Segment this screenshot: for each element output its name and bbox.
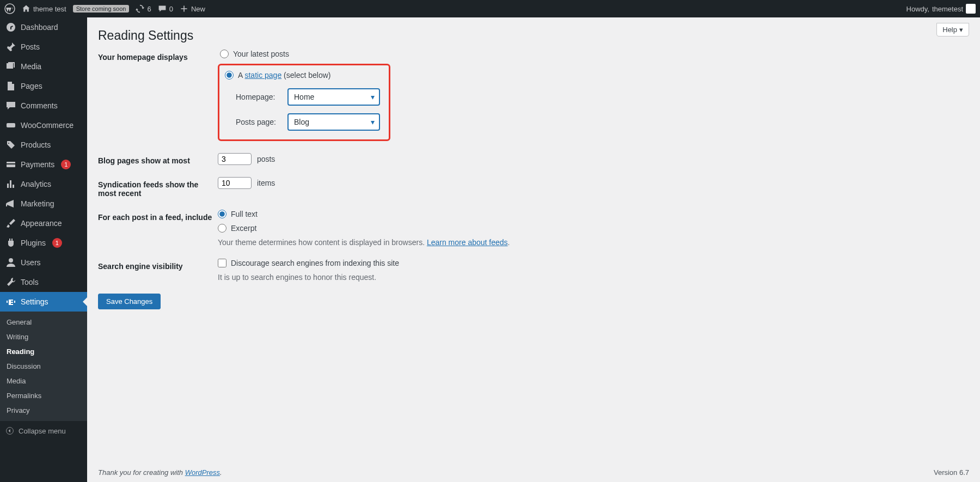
learn-feeds-link[interactable]: Learn more about feeds xyxy=(427,238,508,247)
submenu-permalinks[interactable]: Permalinks xyxy=(0,388,87,403)
posts-page-select[interactable]: Blog xyxy=(287,113,380,131)
checkbox-discourage-label: Discourage search engines from indexing … xyxy=(231,259,399,267)
blog-pages-label: Blog pages show at most xyxy=(98,153,218,165)
wrench-icon xyxy=(5,277,16,288)
help-label: Help xyxy=(942,26,957,34)
submenu-writing[interactable]: Writing xyxy=(0,330,87,344)
wp-logo[interactable] xyxy=(4,3,15,14)
submenu-media[interactable]: Media xyxy=(0,374,87,388)
admin-bar: theme test Store coming soon 6 0 New How… xyxy=(0,0,980,17)
updates-link[interactable]: 6 xyxy=(136,4,151,13)
row-search-visibility: Search engine visibility Discourage sear… xyxy=(98,259,751,282)
submenu-privacy[interactable]: Privacy xyxy=(0,403,87,418)
main-content: Help ▾ Reading Settings Your homepage di… xyxy=(87,17,980,482)
blog-pages-input[interactable] xyxy=(218,153,252,165)
radio-latest-posts-label: Your latest posts xyxy=(233,50,289,58)
menu-label: Appearance xyxy=(21,219,62,228)
row-homepage-displays: Your homepage displays Your latest posts… xyxy=(98,50,751,141)
help-tab[interactable]: Help ▾ xyxy=(936,23,969,36)
payments-icon xyxy=(5,159,16,170)
menu-marketing[interactable]: Marketing xyxy=(0,194,87,213)
radio-excerpt[interactable] xyxy=(218,224,226,233)
dashboard-icon xyxy=(5,22,16,33)
svg-rect-1 xyxy=(7,123,15,127)
account-link[interactable]: Howdy, themetest xyxy=(906,4,976,14)
menu-label: Products xyxy=(21,141,51,149)
discourage-description: It is up to search engines to honor this… xyxy=(218,273,751,282)
home-icon xyxy=(22,4,30,13)
collapse-label: Collapse menu xyxy=(19,427,66,435)
menu-users[interactable]: Users xyxy=(0,253,87,272)
svg-point-4 xyxy=(9,258,13,263)
radio-excerpt-label: Excerpt xyxy=(231,224,256,233)
static-page-link[interactable]: static page xyxy=(244,71,281,80)
marketing-icon xyxy=(5,198,16,209)
refresh-icon xyxy=(136,4,144,13)
static-page-highlight: A static page (select below) Homepage: H… xyxy=(218,64,390,141)
radio-full-text[interactable] xyxy=(218,210,226,218)
user-name: themetest xyxy=(932,5,963,13)
chevron-down-icon: ▾ xyxy=(959,26,963,34)
store-status-badge: Store coming soon xyxy=(73,5,130,13)
new-label: New xyxy=(191,5,205,13)
submenu-reading[interactable]: Reading xyxy=(0,344,87,359)
menu-analytics[interactable]: Analytics xyxy=(0,174,87,194)
comments-link[interactable]: 0 xyxy=(158,4,173,13)
menu-label: Marketing xyxy=(21,199,54,208)
comments-count: 0 xyxy=(169,5,173,13)
row-blog-pages: Blog pages show at most posts xyxy=(98,153,751,165)
menu-appearance[interactable]: Appearance xyxy=(0,213,87,233)
submenu-general[interactable]: General xyxy=(0,315,87,330)
site-name: theme test xyxy=(33,5,66,13)
menu-pages[interactable]: Pages xyxy=(0,76,87,96)
row-feed-include: For each post in a feed, include Full te… xyxy=(98,210,751,247)
collapse-icon xyxy=(5,426,14,435)
site-link[interactable]: theme test xyxy=(22,4,66,13)
save-button[interactable]: Save Changes xyxy=(98,294,161,309)
radio-static-page[interactable] xyxy=(225,71,234,80)
menu-label: Payments xyxy=(21,160,54,169)
payments-badge: 1 xyxy=(61,160,71,169)
plugins-badge: 1 xyxy=(52,238,62,248)
syndication-input[interactable] xyxy=(218,177,252,189)
row-syndication: Syndication feeds show the most recent i… xyxy=(98,177,751,198)
menu-comments[interactable]: Comments xyxy=(0,96,87,115)
menu-media[interactable]: Media xyxy=(0,57,87,76)
menu-tools[interactable]: Tools xyxy=(0,272,87,292)
menu-dashboard[interactable]: Dashboard xyxy=(0,17,87,37)
admin-sidebar: Dashboard Posts Media Pages Comments Woo… xyxy=(0,17,87,482)
menu-label: Users xyxy=(21,258,41,267)
menu-label: Posts xyxy=(21,42,40,51)
submenu-discussion[interactable]: Discussion xyxy=(0,359,87,374)
homepage-displays-label: Your homepage displays xyxy=(98,50,218,62)
collapse-menu[interactable]: Collapse menu xyxy=(0,421,87,441)
menu-settings[interactable]: Settings xyxy=(0,292,87,312)
new-link[interactable]: New xyxy=(180,4,205,13)
settings-icon xyxy=(5,296,16,307)
page-icon xyxy=(5,81,16,91)
homepage-select[interactable]: Home xyxy=(287,88,380,106)
search-visibility-label: Search engine visibility xyxy=(98,259,218,271)
updates-count: 6 xyxy=(147,5,151,13)
menu-label: Plugins xyxy=(21,239,46,247)
menu-label: Analytics xyxy=(21,180,51,188)
wordpress-link[interactable]: WordPress xyxy=(185,468,220,477)
posts-page-select-label: Posts page: xyxy=(236,118,282,126)
plus-icon xyxy=(180,4,188,13)
menu-label: Tools xyxy=(21,278,39,286)
menu-label: Settings xyxy=(21,297,48,306)
comment-icon xyxy=(158,4,167,13)
menu-plugins[interactable]: Plugins 1 xyxy=(0,233,87,253)
woocommerce-icon xyxy=(5,120,16,131)
feed-include-label: For each post in a feed, include xyxy=(98,210,218,222)
wordpress-icon xyxy=(4,3,15,14)
media-icon xyxy=(5,61,16,72)
menu-woocommerce[interactable]: WooCommerce xyxy=(0,115,87,135)
menu-posts[interactable]: Posts xyxy=(0,37,87,57)
checkbox-discourage[interactable] xyxy=(218,259,226,267)
feed-description: Your theme determines how content is dis… xyxy=(218,238,751,247)
menu-payments[interactable]: Payments 1 xyxy=(0,155,87,174)
menu-products[interactable]: Products xyxy=(0,135,87,155)
settings-submenu: General Writing Reading Discussion Media… xyxy=(0,312,87,421)
radio-latest-posts[interactable] xyxy=(220,50,229,58)
